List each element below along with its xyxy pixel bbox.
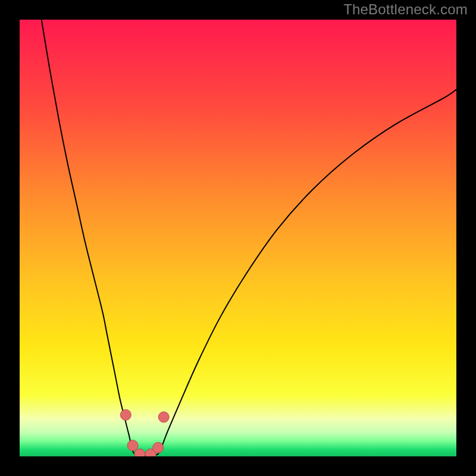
valley-marker — [158, 412, 169, 422]
valley-marker — [127, 440, 138, 451]
bottleneck-chart — [0, 0, 476, 476]
gradient-background — [20, 20, 456, 456]
valley-marker — [134, 449, 145, 459]
valley-marker — [120, 409, 131, 420]
chart-frame: TheBottleneck.com — [0, 0, 476, 476]
valley-marker — [153, 442, 164, 453]
